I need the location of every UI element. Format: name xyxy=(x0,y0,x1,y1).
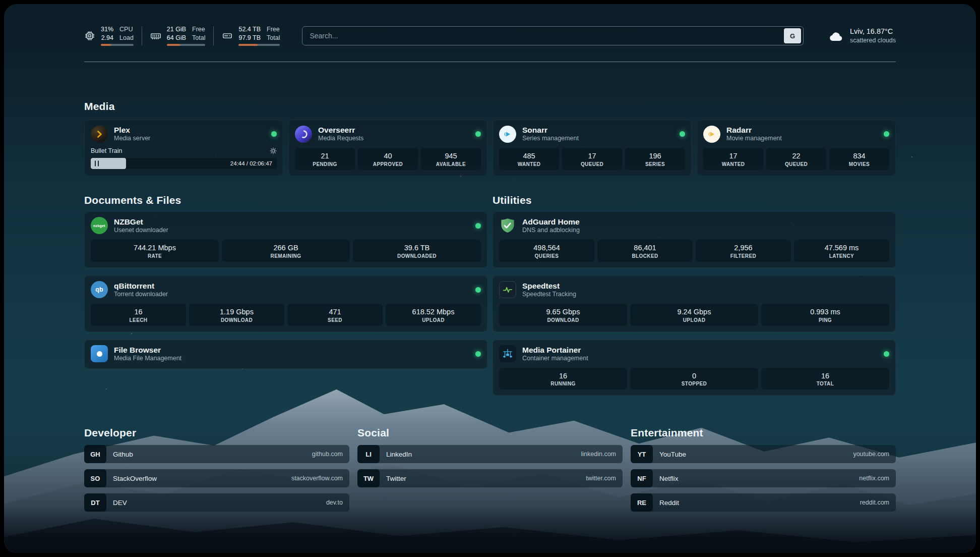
weather-condition: scattered clouds xyxy=(850,36,896,44)
stat-value: 21 xyxy=(297,151,353,161)
bookmark-reddit[interactable]: RE Reddit reddit.com xyxy=(631,493,896,512)
disk-total-value: 97.9 TB xyxy=(238,34,261,42)
nzbget-name: NZBGet xyxy=(114,217,168,227)
twitter-abbr-badge: TW xyxy=(357,469,380,487)
now-playing-settings-gear-icon[interactable] xyxy=(270,147,277,154)
sonarr-card[interactable]: Sonarr Series management 485 WANTED 17 Q… xyxy=(493,120,692,176)
developer-bookmarks: Developer GH Github github.com SO StackO… xyxy=(84,427,349,512)
stat-label: STOPPED xyxy=(632,381,756,386)
overseerr-stat-pending: 21 PENDING xyxy=(295,148,355,170)
entertainment-section-title: Entertainment xyxy=(631,427,896,439)
memory-total-value: 64 GiB xyxy=(167,34,186,42)
stat-label: AVAILABLE xyxy=(423,161,479,167)
bookmark-stackoverflow[interactable]: SO StackOverflow stackoverflow.com xyxy=(84,469,349,487)
stat-label: APPROVED xyxy=(360,161,416,167)
media-section-title: Media xyxy=(84,100,896,113)
speedtest-card[interactable]: Speedtest Speedtest Tracking 9.65 Gbps D… xyxy=(493,275,896,332)
stat-value: 17 xyxy=(564,151,620,161)
sonarr-icon xyxy=(499,126,516,143)
stat-label: DOWNLOAD xyxy=(191,317,282,323)
bookmark-name: LinkedIn xyxy=(386,451,412,458)
topbar-separator xyxy=(142,26,142,45)
qbittorrent-stat-seed: 471 SEED xyxy=(287,304,383,326)
radarr-stat-queued: 22 QUEUED xyxy=(766,148,826,170)
stat-label: QUERIES xyxy=(501,253,592,259)
bookmark-linkedin[interactable]: LI LinkedIn linkedin.com xyxy=(357,445,623,463)
search-input[interactable] xyxy=(302,27,784,45)
stat-value: 498,564 xyxy=(501,243,592,253)
stat-label: QUEUED xyxy=(768,161,824,167)
stat-value: 16 xyxy=(501,371,625,381)
github-abbr-badge: GH xyxy=(84,445,106,463)
nzbget-card[interactable]: nzbget NZBGet Usenet downloader 744.21 M… xyxy=(84,211,487,268)
developer-section-title: Developer xyxy=(84,427,349,439)
sonarr-description: Series management xyxy=(522,135,579,143)
disk-total-label: Total xyxy=(267,34,280,42)
nzbget-stat-remaining: 266 GB REMAINING xyxy=(222,240,350,262)
search-provider-button[interactable]: G xyxy=(784,28,801,43)
stat-label: SEED xyxy=(289,317,381,323)
plex-name: Plex xyxy=(114,125,150,135)
now-playing-progress-bar: 24:44 / 02:06:47 xyxy=(91,158,277,169)
nzbget-stat-downloaded: 39.6 TB DOWNLOADED xyxy=(353,240,481,262)
portainer-card[interactable]: Media Portainer Container management 16 … xyxy=(493,340,896,396)
stat-value: 618.52 Mbps xyxy=(388,307,479,317)
plex-icon xyxy=(91,126,108,143)
stat-value: 9.24 Gbps xyxy=(632,307,756,317)
bookmark-name: Reddit xyxy=(659,499,679,507)
stat-label: TOTAL xyxy=(763,381,887,386)
bookmark-netflix[interactable]: NF Netflix netflix.com xyxy=(631,469,896,487)
bookmark-youtube[interactable]: YT YouTube youtube.com xyxy=(631,445,896,463)
radarr-icon xyxy=(703,126,720,143)
stat-value: 834 xyxy=(831,151,887,161)
stackoverflow-abbr-badge: SO xyxy=(84,469,106,487)
qbittorrent-card[interactable]: qb qBittorrent Torrent downloader 16 xyxy=(84,275,487,332)
cpu-usage-bar xyxy=(101,44,134,46)
bookmark-twitter[interactable]: TW Twitter twitter.com xyxy=(357,469,623,487)
qbittorrent-icon-text: qb xyxy=(95,286,103,293)
stat-label: DOWNLOADED xyxy=(355,253,479,259)
stat-label: FILTERED xyxy=(698,253,789,259)
overseerr-card[interactable]: Overseerr Media Requests 21 PENDING 40 A… xyxy=(288,120,487,176)
overseerr-icon xyxy=(295,126,312,143)
utilities-section-title: Utilities xyxy=(493,194,896,206)
memory-free-value: 21 GiB xyxy=(167,26,186,34)
bookmark-github[interactable]: GH Github github.com xyxy=(84,445,349,463)
overseerr-description: Media Requests xyxy=(318,135,363,143)
nzbget-stat-rate: 744.21 Mbps RATE xyxy=(91,240,219,262)
speedtest-icon xyxy=(499,281,516,298)
stat-label: UPLOAD xyxy=(632,317,756,323)
radarr-stat-wanted: 17 WANTED xyxy=(703,148,763,170)
adguard-card[interactable]: AdGuard Home DNS and adblocking 498,564 … xyxy=(493,211,896,268)
radarr-status-dot xyxy=(884,131,889,137)
social-bookmarks: Social LI LinkedIn linkedin.com TW Twitt… xyxy=(357,427,623,487)
bookmark-name: Github xyxy=(113,451,133,458)
plex-status-dot xyxy=(271,131,277,137)
bookmark-name: YouTube xyxy=(659,451,686,458)
weather-widget: Lviv, 16.87°C scattered clouds xyxy=(828,27,896,44)
plex-card[interactable]: Plex Media server Bullet Train xyxy=(84,120,283,176)
filebrowser-status-dot xyxy=(475,351,481,357)
linkedin-abbr-badge: LI xyxy=(357,445,380,463)
speedtest-stat-download: 9.65 Gbps DOWNLOAD xyxy=(499,304,627,326)
sonarr-status-dot xyxy=(680,131,685,137)
bookmark-domain: stackoverflow.com xyxy=(291,475,343,482)
adguard-stat-filtered: 2,956 FILTERED xyxy=(696,240,791,262)
filebrowser-card[interactable]: File Browser Media File Management xyxy=(84,340,487,369)
pause-button-icon[interactable] xyxy=(95,161,99,166)
speedtest-stat-ping: 0.993 ms PING xyxy=(761,304,889,326)
radarr-card[interactable]: Radarr Movie management 17 WANTED 22 QUE… xyxy=(697,120,896,176)
stat-value: 86,401 xyxy=(599,243,691,253)
stat-value: 196 xyxy=(627,151,683,161)
qbittorrent-stat-leech: 16 LEECH xyxy=(91,304,186,326)
stat-value: 16 xyxy=(763,371,887,381)
bookmark-domain: youtube.com xyxy=(853,451,889,458)
speedtest-description: Speedtest Tracking xyxy=(522,291,576,299)
portainer-stat-total: 16 TOTAL xyxy=(761,368,889,390)
nzbget-status-dot xyxy=(475,223,481,229)
top-bar: 31% CPU 2.94 Load xyxy=(84,21,896,50)
stat-label: BLOCKED xyxy=(599,253,691,259)
radarr-description: Movie management xyxy=(726,135,782,143)
qbittorrent-name: qBittorrent xyxy=(114,281,168,291)
bookmark-dev[interactable]: DT DEV dev.to xyxy=(84,493,349,512)
